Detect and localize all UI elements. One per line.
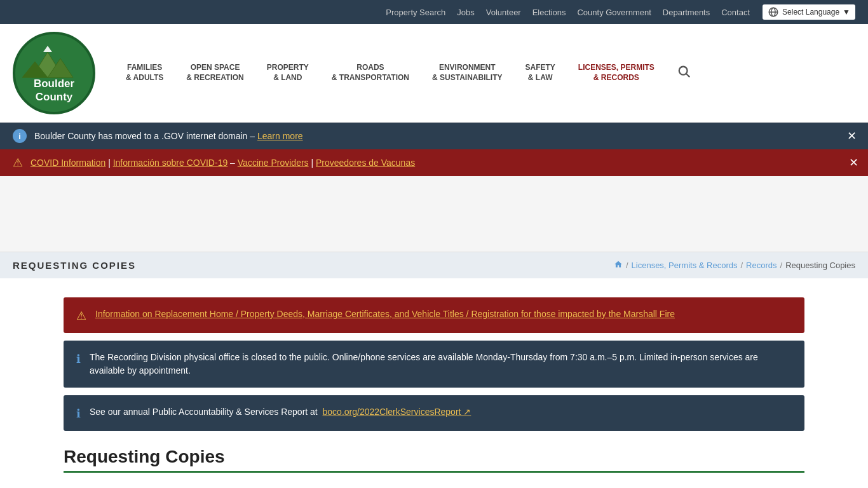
topbar-jobs[interactable]: Jobs — [457, 8, 474, 17]
info-circle-icon-2: ℹ — [76, 407, 81, 421]
clerk-services-report-link[interactable]: boco.org/2022ClerkServicesReport ↗ — [323, 407, 471, 417]
top-bar: Property Search Jobs Volunteer Elections… — [0, 0, 868, 24]
header: Boulder County FAMILIES & ADULTS OPEN SP… — [0, 24, 868, 123]
info-icon: i — [13, 129, 27, 143]
nav-roads-transportation[interactable]: ROADS & TRANSPORTATION — [320, 57, 421, 89]
logo-mountain-svg — [19, 43, 89, 81]
svg-line-8 — [686, 74, 689, 77]
content-heading: Requesting Copies — [64, 447, 804, 467]
vaccine-providers-link[interactable]: Vaccine Providers — [238, 158, 309, 168]
breadcrumb-licenses[interactable]: Licenses, Permits & Records — [632, 261, 738, 270]
language-label: Select Language — [782, 8, 839, 17]
nav-open-space[interactable]: OPEN SPACE & RECREATION — [175, 57, 255, 89]
breadcrumb-records[interactable]: Records — [746, 261, 776, 270]
info-banner-close[interactable]: ✕ — [844, 129, 858, 143]
info-banner-text: Boulder County has moved to a .GOV inter… — [34, 131, 255, 141]
covid-info-es-link[interactable]: Información sobre COVID-19 — [113, 158, 228, 168]
nav-property-land[interactable]: PROPERTY & LAND — [255, 57, 320, 89]
topbar-elections[interactable]: Elections — [532, 8, 566, 17]
top-bar-nav: Property Search Jobs Volunteer Elections… — [13, 8, 750, 17]
marshall-fire-link[interactable]: Information on Replacement Home / Proper… — [95, 309, 675, 319]
svg-point-7 — [679, 66, 688, 74]
topbar-volunteer[interactable]: Volunteer — [486, 8, 521, 17]
topbar-departments[interactable]: Departments — [663, 8, 710, 17]
logo-text: Boulder County — [34, 78, 74, 104]
nav-licenses-permits-records[interactable]: LICENSES, PERMITS & RECORDS — [567, 57, 666, 89]
main-nav: FAMILIES & ADULTS OPEN SPACE & RECREATIO… — [114, 57, 855, 89]
home-icon — [614, 260, 623, 269]
page-title: REQUESTING COPIES — [13, 260, 136, 271]
covid-info-link[interactable]: COVID Information — [31, 158, 105, 168]
breadcrumb-current: Requesting Copies — [785, 261, 855, 270]
nav-environment[interactable]: ENVIRONMENT & SUSTAINABILITY — [421, 57, 513, 89]
breadcrumb-bar: REQUESTING COPIES / Licenses, Permits & … — [0, 252, 868, 278]
svg-marker-6 — [43, 46, 52, 52]
nav-families-adults[interactable]: FAMILIES & ADULTS — [114, 57, 175, 89]
language-selector[interactable]: Select Language ▼ — [763, 4, 855, 20]
recording-division-alert: ℹ The Recording Division physical office… — [64, 341, 804, 388]
accountability-text: See our annual Public Accountability & S… — [90, 405, 471, 419]
breadcrumb-home[interactable] — [614, 260, 623, 271]
topbar-county-government[interactable]: County Government — [577, 8, 651, 17]
warning-icon: ⚠ — [13, 156, 23, 170]
proveedores-vacunas-link[interactable]: Proveedores de Vacunas — [316, 158, 415, 168]
topbar-contact[interactable]: Contact — [721, 8, 750, 17]
warning-banner: ⚠ COVID Information | Información sobre … — [0, 149, 868, 176]
search-button[interactable] — [672, 60, 696, 87]
logo-link[interactable]: Boulder County — [13, 32, 95, 114]
breadcrumb: / Licenses, Permits & Records / Records … — [614, 260, 855, 271]
info-banner-link[interactable]: Learn more — [257, 131, 303, 141]
globe-icon — [768, 6, 779, 18]
heading-underline — [64, 471, 804, 473]
accountability-report-alert: ℹ See our annual Public Accountability &… — [64, 395, 804, 431]
alert-warning-icon: ⚠ — [76, 309, 86, 323]
marshall-fire-alert: ⚠ Information on Replacement Home / Prop… — [64, 297, 804, 333]
topbar-property-search[interactable]: Property Search — [386, 8, 445, 17]
chevron-down-icon: ▼ — [843, 8, 850, 17]
nav-safety-law[interactable]: SAFETY & LAW — [513, 57, 566, 89]
info-circle-icon-1: ℹ — [76, 352, 81, 366]
warning-banner-content: COVID Information | Información sobre CO… — [31, 158, 415, 168]
warning-banner-close[interactable]: ✕ — [849, 156, 858, 170]
hero-area — [0, 176, 868, 252]
info-banner: i Boulder County has moved to a .GOV int… — [0, 123, 868, 149]
recording-division-text: The Recording Division physical office i… — [90, 351, 792, 377]
main-content: ⚠ Information on Replacement Home / Prop… — [0, 278, 868, 488]
search-icon — [677, 65, 691, 79]
logo: Boulder County — [13, 32, 95, 114]
